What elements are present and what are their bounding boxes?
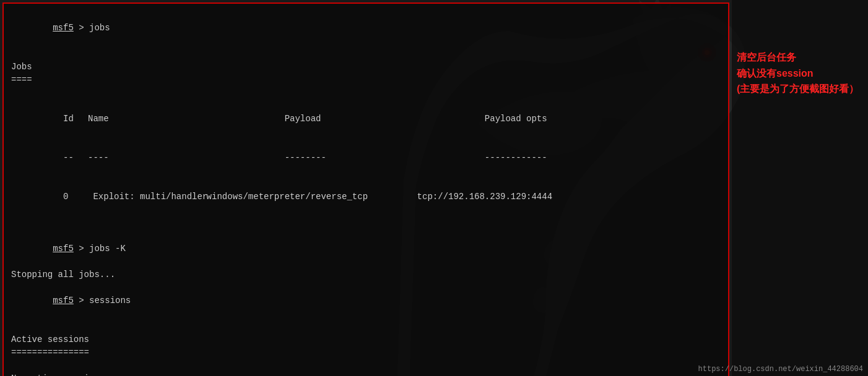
- prompt-3: msf5: [53, 296, 74, 306]
- col-opts-sep: ------------: [412, 153, 547, 163]
- col-payload-sep: --------: [201, 152, 412, 164]
- annotation-line-1: 清空后台任务: [737, 49, 796, 66]
- line-blank-3: [11, 216, 721, 229]
- line-stopping: Stopping all jobs...: [11, 268, 721, 281]
- col-name-sep: ----: [77, 152, 201, 164]
- col-opts-val: tcp://192.168.239.129:4444: [412, 192, 552, 202]
- prompt-1: msf5: [53, 23, 74, 33]
- line-jobs-header: Jobs: [11, 61, 721, 74]
- line-sessions-cmd: msf5 > sessions: [11, 281, 721, 320]
- line-blank-5: [11, 359, 721, 372]
- line-jobs-sep: ====: [11, 74, 721, 87]
- terminal-area: msf5 > jobs Jobs ==== Id Name Payload Pa…: [0, 0, 732, 376]
- cmd-3: > sessions: [74, 296, 131, 306]
- line-jobs-k: msf5 > jobs -K: [11, 229, 721, 268]
- col-name-header: Name: [77, 113, 201, 126]
- line-blank-4: [11, 320, 721, 333]
- line-table-data: 0 Exploit: multi/handler windows/meterpr…: [11, 177, 721, 216]
- line-blank-2: [11, 87, 721, 100]
- sidebar-annotation: 清空后台任务 确认没有session (主要是为了方便截图好看）: [732, 0, 868, 376]
- line-active-sep: ===============: [11, 346, 721, 359]
- line-active-sessions: Active sessions: [11, 333, 721, 346]
- col-opts-header: Payload opts: [412, 114, 547, 124]
- prompt-2: msf5: [53, 244, 74, 254]
- line-jobs-cmd: msf5 > jobs: [11, 9, 721, 48]
- main-layout: msf5 > jobs Jobs ==== Id Name Payload Pa…: [0, 0, 868, 376]
- col-payload-val: windows/meterpreter/reverse_tcp: [201, 190, 412, 203]
- url-watermark: https://blog.csdn.net/weixin_44288604: [698, 365, 863, 374]
- top-terminal-block: msf5 > jobs Jobs ==== Id Name Payload Pa…: [2, 2, 729, 376]
- line-table-header: Id Name Payload Payload opts: [11, 100, 721, 139]
- annotation-line-3: (主要是为了方便截图好看）: [737, 81, 859, 97]
- annotation-line-2: 确认没有session: [737, 66, 814, 82]
- cmd-2: > jobs -K: [74, 244, 126, 254]
- line-blank-1: [11, 48, 721, 61]
- col-id-val: 0: [53, 190, 77, 203]
- cmd-1: > jobs: [74, 23, 110, 33]
- col-payload-header: Payload: [201, 113, 412, 126]
- col-id-sep: --: [53, 152, 77, 164]
- line-no-sessions: No active sessions.: [11, 372, 721, 376]
- col-name-val: Exploit: multi/handler: [77, 190, 201, 203]
- line-table-sep: -- ---- -------- ------------: [11, 139, 721, 177]
- col-id-header: Id: [53, 113, 77, 126]
